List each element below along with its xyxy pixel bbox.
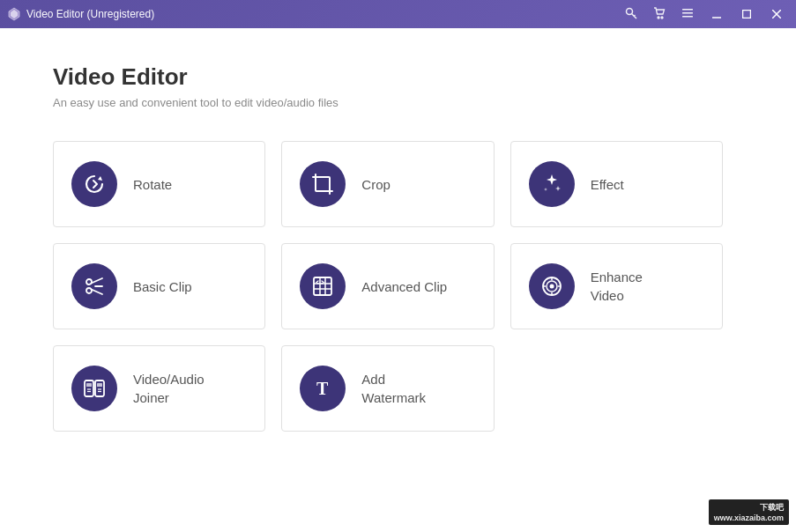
close-button[interactable] xyxy=(764,4,789,24)
svg-rect-36 xyxy=(86,383,92,387)
svg-rect-5 xyxy=(682,9,693,11)
watermark-text: 下载吧 xyxy=(714,502,784,514)
title-bar-controls xyxy=(620,4,789,24)
enhance-video-card[interactable]: EnhanceVideo xyxy=(510,243,723,329)
svg-point-4 xyxy=(661,17,663,18)
menu-icon-btn[interactable] xyxy=(676,5,699,24)
cart-icon-btn[interactable] xyxy=(648,5,671,24)
svg-rect-34 xyxy=(85,381,93,396)
svg-point-29 xyxy=(549,284,554,289)
svg-point-3 xyxy=(658,17,659,18)
maximize-button[interactable] xyxy=(734,4,759,24)
svg-rect-9 xyxy=(743,11,751,18)
rotate-icon xyxy=(71,161,117,207)
title-bar-left: Video Editor (Unregistered) xyxy=(7,7,154,21)
effect-card[interactable]: Effect xyxy=(510,141,723,227)
video-audio-joiner-label: Video/AudioJoiner xyxy=(133,370,205,407)
main-content: Video Editor An easy use and convenient … xyxy=(0,28,796,532)
rotate-card[interactable]: Rotate xyxy=(53,141,265,227)
basic-clip-card[interactable]: Basic Clip xyxy=(53,243,265,329)
title-bar-title: Video Editor (Unregistered) xyxy=(26,8,154,20)
svg-rect-6 xyxy=(682,12,693,14)
enhance-video-icon xyxy=(529,263,575,309)
add-watermark-label: AddWatermark xyxy=(361,370,426,407)
svg-text:T: T xyxy=(316,379,329,398)
effect-icon xyxy=(529,161,575,207)
video-audio-joiner-card[interactable]: Video/AudioJoiner xyxy=(53,345,265,432)
svg-point-0 xyxy=(627,8,633,14)
svg-line-19 xyxy=(92,278,103,284)
advanced-clip-icon xyxy=(300,263,346,309)
app-icon xyxy=(7,7,21,21)
advanced-clip-label: Advanced Clip xyxy=(361,277,447,296)
svg-rect-7 xyxy=(682,16,693,18)
watermark-badge: 下载吧 www.xiazaiba.com xyxy=(709,499,789,525)
key-icon-btn[interactable] xyxy=(620,5,643,24)
title-bar: Video Editor (Unregistered) xyxy=(0,0,796,28)
crop-label: Crop xyxy=(361,175,391,194)
minimize-button[interactable] xyxy=(704,4,729,24)
crop-icon xyxy=(300,161,346,207)
svg-rect-37 xyxy=(97,383,102,387)
add-watermark-icon: T xyxy=(300,366,346,411)
enhance-video-label: EnhanceVideo xyxy=(591,268,643,305)
rotate-label: Rotate xyxy=(133,175,172,194)
page-subtitle: An easy use and convenient tool to edit … xyxy=(53,96,743,109)
add-watermark-card[interactable]: T AddWatermark xyxy=(281,345,494,432)
video-audio-joiner-icon xyxy=(71,366,117,411)
basic-clip-label: Basic Clip xyxy=(133,277,192,296)
svg-rect-22 xyxy=(314,277,331,295)
svg-rect-35 xyxy=(95,381,104,396)
svg-line-20 xyxy=(92,290,103,295)
svg-rect-12 xyxy=(316,177,330,191)
advanced-clip-card[interactable]: Advanced Clip xyxy=(281,243,494,329)
page-title: Video Editor xyxy=(53,63,743,91)
tool-grid: Rotate Crop xyxy=(53,141,723,432)
effect-label: Effect xyxy=(591,175,624,194)
watermark-url: www.xiazaiba.com xyxy=(714,514,784,522)
crop-card[interactable]: Crop xyxy=(281,141,494,227)
basic-clip-icon xyxy=(71,263,117,309)
